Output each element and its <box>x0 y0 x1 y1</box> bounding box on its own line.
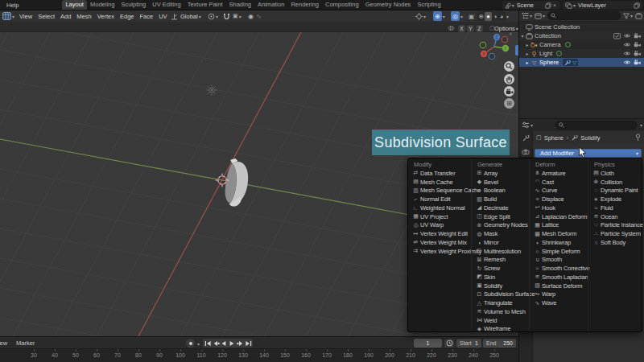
menu-item-decimate[interactable]: ◢Decimate <box>472 204 530 212</box>
play-reverse-button[interactable] <box>220 339 228 348</box>
workspace-tab-geometry-nodes[interactable]: Geometry Nodes <box>362 0 415 10</box>
menu-item-data-transfer[interactable]: ⇄Data Transfer <box>408 169 471 178</box>
mirror-axis-x[interactable]: X <box>458 25 465 32</box>
menu-item-curve[interactable]: ∿Curve <box>530 187 588 195</box>
menu-item-solidify[interactable]: ▣Solidify <box>472 282 530 290</box>
breadcrumb-modifier[interactable]: Solidify <box>580 134 600 142</box>
properties-editor-icon[interactable] <box>522 121 530 129</box>
shading-solid-button[interactable]: ● <box>485 12 492 21</box>
menu-item-multiresolution[interactable]: ⊟Multiresolution <box>472 247 530 256</box>
render-camera-icon[interactable] <box>634 60 642 65</box>
menu-item-remesh[interactable]: ⊠Remesh <box>472 256 530 265</box>
menu-item-mesh-sequence-cache[interactable]: ▥Mesh Sequence Cache <box>408 187 471 195</box>
menu-item-wave[interactable]: ∿Wave <box>530 298 588 307</box>
menu-item-bevel[interactable]: ◆Bevel <box>472 178 530 187</box>
menu-item-uv-warp[interactable]: ◎UV Warp <box>408 221 471 230</box>
render-camera-icon[interactable] <box>634 42 642 47</box>
light-object[interactable] <box>207 85 217 95</box>
outliner-search-input[interactable] <box>547 11 621 20</box>
copy-icon[interactable] <box>634 2 640 9</box>
orientation-dropdown[interactable]: Global ▾ <box>171 11 201 21</box>
gizmo-axis-z-neg[interactable] <box>489 53 495 60</box>
shading-rendered-button[interactable]: ◕ <box>498 12 505 21</box>
menu-item-vertex-weight-proximity[interactable]: ⇉Vertex Weight Proximity <box>408 247 471 256</box>
mirror-axis-z[interactable]: Z <box>476 25 483 32</box>
menu-item-weld[interactable]: ⋈Weld <box>472 316 530 325</box>
proportional-editing-toggle[interactable]: ◉ ∿ <box>248 11 262 21</box>
eye-icon[interactable] <box>623 60 631 65</box>
disclosure-triangle-icon[interactable]: ▸ <box>524 60 530 65</box>
menu-item-smooth-laplacian[interactable]: ≋Smooth Laplacian <box>530 273 588 282</box>
menu-item-cast[interactable]: ◠Cast <box>530 178 588 187</box>
menu-item-mesh-cache[interactable]: ▤Mesh Cache <box>408 178 471 187</box>
menu-item-uv-project[interactable]: ▦UV Project <box>408 212 471 221</box>
new-collection-icon[interactable] <box>635 13 642 19</box>
snap-toggle[interactable] <box>223 11 230 21</box>
jump-to-end-button[interactable] <box>244 339 252 348</box>
menu-item-collision[interactable]: ⊗Collision <box>588 178 643 187</box>
menu-item-mirror[interactable]: ◖Mirror <box>472 238 530 247</box>
filter-icon[interactable] <box>623 13 630 19</box>
frame-end-field[interactable]: End 250 <box>483 339 516 348</box>
eye-icon[interactable] <box>623 33 631 39</box>
use-preview-range-button[interactable] <box>444 339 454 348</box>
show-gizmos-toggle[interactable]: ⊕ ▾ <box>433 11 445 21</box>
pin-icon[interactable] <box>635 134 641 142</box>
menu-item-warp[interactable]: ↬Warp <box>530 290 588 299</box>
editor-type-button[interactable]: ▾ <box>2 11 14 21</box>
menu-item-subdivision-surface[interactable]: ⊡Subdivision Surface <box>472 290 530 299</box>
viewport-menu-mesh[interactable]: Mesh <box>76 13 91 20</box>
navigation-gizmo[interactable]: Z Y X <box>477 34 514 63</box>
menu-item-boolean[interactable]: ◑Boolean <box>472 187 530 195</box>
workspace-tab-uv-editing[interactable]: UV Editing <box>149 0 184 10</box>
outliner-editor-icon[interactable] <box>522 12 529 19</box>
xray-toggle[interactable]: ▣ <box>469 11 474 21</box>
gizmo-extras-dropdown[interactable]: ▾ <box>415 11 426 21</box>
sidebar-collapse-arrow[interactable]: ‹ <box>510 32 512 38</box>
render-camera-icon[interactable] <box>634 51 642 56</box>
menu-item-mask[interactable]: ◍Mask <box>472 229 530 238</box>
menu-item-explode[interactable]: ∗Explode <box>588 195 643 204</box>
menu-item-geometry-nodes[interactable]: ⊛Geometry Nodes <box>472 221 530 230</box>
tab-tool[interactable] <box>519 131 532 143</box>
viewport-menu-select[interactable]: Select <box>38 13 55 20</box>
mirror-axis-y[interactable]: Y <box>467 25 474 32</box>
options-dropdown[interactable]: Options ▾ <box>494 23 518 33</box>
workspace-tab-animation[interactable]: Animation <box>254 0 287 10</box>
menu-item-screw[interactable]: ↻Screw <box>472 264 530 273</box>
menu-item-fluid[interactable]: ≈Fluid <box>588 204 643 212</box>
viewport-menu-uv[interactable]: UV <box>159 13 167 20</box>
menu-item-volume-to-mesh[interactable]: ≋Volume to Mesh <box>472 307 530 316</box>
menu-item-dynamic-paint[interactable]: ◌Dynamic Paint <box>588 187 643 195</box>
next-keyframe-button[interactable] <box>236 339 244 348</box>
menu-item-vertex-weight-mix[interactable]: ⇌Vertex Weight Mix <box>408 238 471 247</box>
menu-item-smooth[interactable]: ∪Smooth <box>530 256 588 265</box>
menu-item-surface-deform[interactable]: ▨Surface Deform <box>530 282 588 290</box>
jump-to-start-button[interactable] <box>204 339 212 348</box>
workspace-tab-texture-paint[interactable]: Texture Paint <box>184 0 226 10</box>
menu-item-laplacian-deform[interactable]: ⊿Laplacian Deform <box>530 212 588 221</box>
menu-item-mesh-deform[interactable]: ▩Mesh Deform <box>530 229 588 238</box>
chevron-down-icon[interactable]: ▾ <box>543 13 545 19</box>
mesh-object[interactable] <box>225 158 248 207</box>
disclosure-triangle-icon[interactable]: ▾ <box>519 33 526 39</box>
frame-start-field[interactable]: Start 1 <box>456 339 481 348</box>
workspace-tab-shading[interactable]: Shading <box>225 0 254 10</box>
menu-item-lattice[interactable]: ▦Lattice <box>530 221 588 230</box>
chevron-down-icon[interactable]: ▾ <box>630 13 633 19</box>
display-mode-icon[interactable] <box>535 13 542 19</box>
perspective-toggle-button[interactable]: ⊞ <box>504 98 514 109</box>
gizmo-axis-y-neg[interactable] <box>480 42 486 48</box>
menu-item-hook[interactable]: ↩Hook <box>530 204 588 212</box>
timeline-ruler[interactable]: 3040506070809010011012013014015016017018… <box>0 348 518 362</box>
pan-button[interactable] <box>504 74 514 84</box>
pivot-point-dropdown[interactable]: ▾ <box>208 11 218 21</box>
menu-item-triangulate[interactable]: △Triangulate <box>472 298 530 307</box>
outliner-row-sphere[interactable]: ▸ ▽ Sphere ▽ <box>519 58 644 67</box>
viewport-menu-add[interactable]: Add <box>60 13 71 20</box>
auto-key-button[interactable] <box>186 339 195 348</box>
chevron-down-icon[interactable]: ▾ <box>197 341 200 347</box>
menu-item-particle-system[interactable]: ∴Particle System <box>588 229 643 238</box>
menu-item-simple-deform[interactable]: ∩Simple Deform <box>530 247 588 256</box>
gizmo-axis-x-neg[interactable] <box>502 36 508 43</box>
